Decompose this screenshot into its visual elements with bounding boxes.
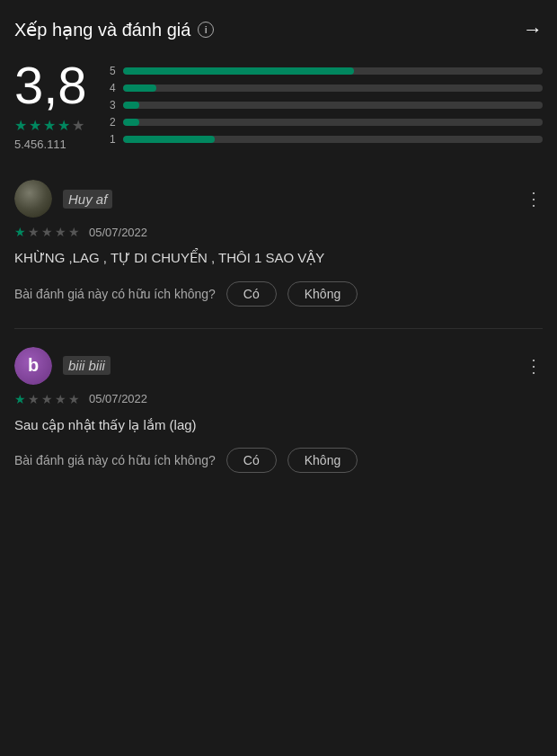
bar-track-4 bbox=[123, 84, 543, 92]
rating-score: 3,8 bbox=[14, 59, 87, 111]
avatar-image-1 bbox=[14, 180, 52, 218]
review-star-1-5: ★ bbox=[68, 225, 80, 239]
helpful-label-1: Bài đánh giá này có hữu ích không? bbox=[14, 287, 216, 301]
review-text-2: Sau cập nhật thấy lạ lắm (lag) bbox=[14, 415, 543, 436]
bar-fill-4 bbox=[123, 84, 156, 92]
helpful-label-2: Bài đánh giá này có hữu ích không? bbox=[14, 453, 216, 467]
bar-row-3: 3 bbox=[109, 99, 543, 111]
bar-row-1: 1 bbox=[109, 133, 543, 146]
review-star-2-3: ★ bbox=[41, 392, 53, 406]
bar-fill-1 bbox=[123, 136, 216, 143]
bar-fill-2 bbox=[123, 119, 140, 126]
overall-stars: ★ ★ ★ ★ ★ bbox=[14, 117, 84, 134]
avatar-1 bbox=[14, 180, 52, 218]
rating-big-number: 3,8 ★ ★ ★ ★ ★ 5.456.111 bbox=[14, 59, 87, 151]
bar-track-3 bbox=[123, 102, 543, 109]
bar-track-5 bbox=[123, 67, 543, 75]
navigate-arrow-icon[interactable]: → bbox=[523, 18, 543, 41]
avatar-image-2: b bbox=[14, 347, 52, 385]
helpful-no-1[interactable]: Không bbox=[287, 281, 358, 307]
reviewer-info-2: b biii biii bbox=[14, 347, 111, 385]
helpful-row-2: Bài đánh giá này có hữu ích không? Có Kh… bbox=[14, 448, 543, 473]
more-options-icon-1[interactable]: ⋮ bbox=[525, 188, 543, 209]
rating-overview: 3,8 ★ ★ ★ ★ ★ 5.456.111 5 4 3 bbox=[14, 59, 543, 151]
review-meta-1: ★ ★ ★ ★ ★ 05/07/2022 bbox=[14, 225, 543, 239]
bar-label-5: 5 bbox=[109, 65, 116, 77]
review-star-1-4: ★ bbox=[55, 225, 66, 239]
bar-track-2 bbox=[123, 119, 543, 126]
review-text-1: KHỪNG ,LAG , TỰ DI CHUYỂN , THÔI 1 SAO V… bbox=[14, 248, 543, 269]
star-2: ★ bbox=[29, 117, 41, 134]
reviewer-name-1: Huy af bbox=[63, 190, 112, 209]
section-header: Xếp hạng và đánh giá i → bbox=[14, 18, 543, 41]
review-star-2-1: ★ bbox=[14, 392, 26, 406]
bar-fill-5 bbox=[123, 67, 354, 75]
bar-track-1 bbox=[123, 136, 543, 143]
helpful-yes-1[interactable]: Có bbox=[226, 281, 277, 307]
rating-bars: 5 4 3 2 1 bbox=[109, 65, 543, 146]
rating-count: 5.456.111 bbox=[14, 138, 66, 151]
star-5: ★ bbox=[72, 117, 84, 134]
star-4: ★ bbox=[57, 117, 70, 134]
review-card-1: Huy af ⋮ ★ ★ ★ ★ ★ 05/07/2022 KHỪNG ,LAG… bbox=[14, 180, 543, 307]
bar-label-4: 4 bbox=[109, 82, 116, 94]
bar-row-2: 2 bbox=[109, 116, 543, 129]
divider bbox=[14, 328, 543, 329]
review-header-2: b biii biii ⋮ bbox=[14, 347, 543, 385]
review-star-2-2: ★ bbox=[28, 392, 40, 406]
review-star-1-2: ★ bbox=[28, 225, 40, 239]
review-stars-1: ★ ★ ★ ★ ★ bbox=[14, 225, 80, 239]
info-icon[interactable]: i bbox=[198, 22, 214, 38]
review-date-1: 05/07/2022 bbox=[89, 226, 147, 239]
review-meta-2: ★ ★ ★ ★ ★ 05/07/2022 bbox=[14, 392, 543, 406]
reviewer-name-2: biii biii bbox=[63, 356, 111, 375]
review-date-2: 05/07/2022 bbox=[89, 392, 147, 405]
review-star-1-3: ★ bbox=[41, 225, 53, 239]
bar-label-1: 1 bbox=[109, 133, 116, 146]
section-title: Xếp hạng và đánh giá bbox=[14, 19, 190, 40]
review-stars-2: ★ ★ ★ ★ ★ bbox=[14, 392, 80, 406]
helpful-row-1: Bài đánh giá này có hữu ích không? Có Kh… bbox=[14, 281, 543, 307]
star-3: ★ bbox=[43, 117, 56, 134]
avatar-2: b bbox=[14, 347, 52, 385]
bar-row-4: 4 bbox=[109, 82, 543, 94]
review-star-2-5: ★ bbox=[68, 392, 80, 406]
star-1: ★ bbox=[14, 117, 27, 134]
review-header-1: Huy af ⋮ bbox=[14, 180, 543, 218]
review-star-1-1: ★ bbox=[14, 225, 26, 239]
review-star-2-4: ★ bbox=[55, 392, 66, 406]
helpful-no-2[interactable]: Không bbox=[287, 448, 358, 473]
title-group: Xếp hạng và đánh giá i bbox=[14, 19, 214, 40]
review-card-2: b biii biii ⋮ ★ ★ ★ ★ ★ 05/07/2022 Sau c… bbox=[14, 347, 543, 474]
bar-label-3: 3 bbox=[109, 99, 116, 111]
bar-fill-3 bbox=[123, 102, 140, 109]
more-options-icon-2[interactable]: ⋮ bbox=[525, 355, 543, 377]
reviewer-info-1: Huy af bbox=[14, 180, 112, 218]
helpful-yes-2[interactable]: Có bbox=[226, 448, 277, 473]
bar-label-2: 2 bbox=[109, 116, 116, 129]
bar-row-5: 5 bbox=[109, 65, 543, 77]
